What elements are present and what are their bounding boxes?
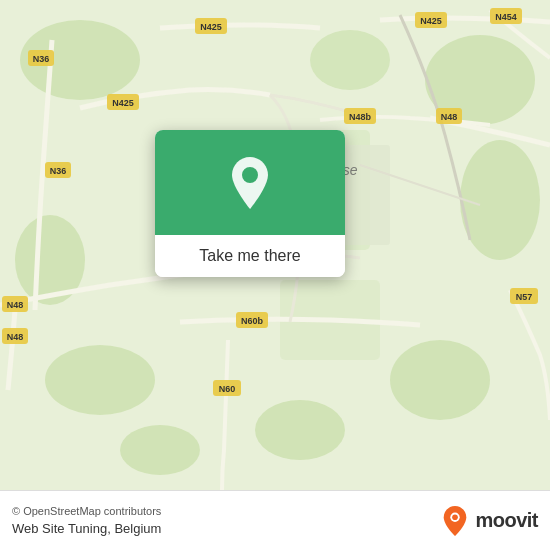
svg-text:N60: N60 — [219, 384, 236, 394]
svg-text:N425: N425 — [112, 98, 134, 108]
location-pin-icon — [226, 155, 274, 211]
bottom-left-section: © OpenStreetMap contributors Web Site Tu… — [12, 505, 161, 537]
svg-text:N48: N48 — [7, 300, 24, 310]
svg-text:N57: N57 — [516, 292, 533, 302]
take-me-there-button[interactable]: Take me there — [155, 235, 345, 277]
attribution-text: © OpenStreetMap contributors — [12, 505, 161, 517]
moovit-pin-icon — [441, 505, 469, 537]
svg-text:N425: N425 — [200, 22, 222, 32]
svg-point-44 — [453, 514, 459, 520]
svg-point-8 — [120, 425, 200, 475]
moovit-brand-text: moovit — [475, 509, 538, 532]
svg-text:N454: N454 — [495, 12, 517, 22]
site-info-row: Web Site Tuning, Belgium — [12, 519, 161, 537]
svg-point-42 — [242, 167, 258, 183]
svg-text:N425: N425 — [420, 16, 442, 26]
svg-text:N36: N36 — [33, 54, 50, 64]
svg-text:N48b: N48b — [349, 112, 372, 122]
moovit-logo: moovit — [441, 505, 538, 537]
popup-header — [155, 130, 345, 235]
map-area: N425 N425 N454 N36 N425 N48b N48 N36 nse… — [0, 0, 550, 490]
bottom-bar: © OpenStreetMap contributors Web Site Tu… — [0, 490, 550, 550]
svg-point-7 — [255, 400, 345, 460]
svg-point-4 — [390, 340, 490, 420]
svg-text:N36: N36 — [50, 166, 67, 176]
location-popup: Take me there — [155, 130, 345, 277]
svg-point-3 — [460, 140, 540, 260]
svg-point-9 — [310, 30, 390, 90]
svg-point-5 — [45, 345, 155, 415]
svg-text:N48: N48 — [7, 332, 24, 342]
svg-text:N48: N48 — [441, 112, 458, 122]
svg-text:N60b: N60b — [241, 316, 264, 326]
site-name: Web Site Tuning, Belgium — [12, 521, 161, 536]
